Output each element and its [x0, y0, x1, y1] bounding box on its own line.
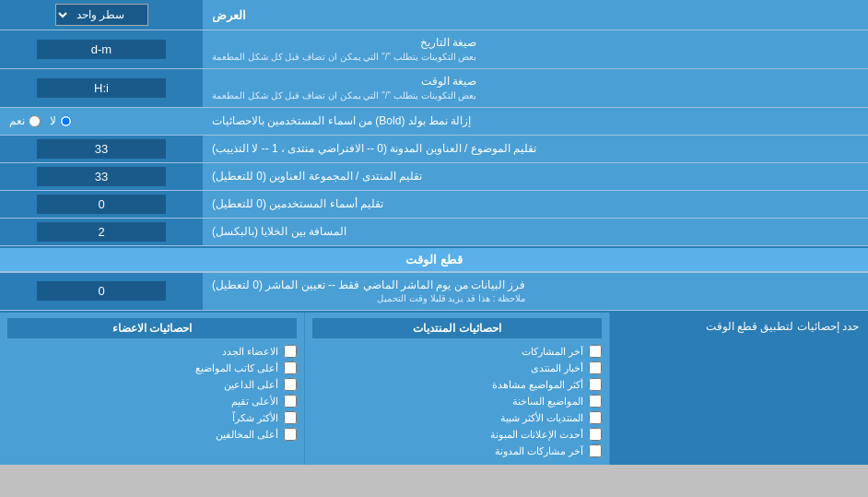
bold-no-label[interactable]: لا [50, 114, 72, 127]
posts-check-5[interactable] [589, 428, 602, 441]
members-check-0[interactable] [284, 345, 297, 358]
posts-item-0: آخر المشاركات [312, 343, 602, 360]
posts-item-5: أحدث الإعلانات المبونة [312, 426, 602, 443]
rows-dropdown[interactable]: سطر واحد سطران ثلاثة أسطر [55, 4, 148, 26]
posts-item-4: المنتديات الأكثر شبية [312, 409, 602, 426]
members-item-1: أعلى كاتب المواضيع [7, 360, 297, 376]
posts-item-2: أكثر المواضيع مشاهدة [312, 376, 602, 393]
time-format-input[interactable] [37, 78, 166, 98]
usernames-label: تقليم أسماء المستخدمين (0 للتعطيل) [212, 196, 383, 212]
posts-item-6: آخر مشاركات المدونة [312, 443, 602, 459]
cutoff-days-sublabel: ملاحظة : هذا قد يزيد قليلا وقت التحميل [212, 292, 525, 305]
posts-check-4[interactable] [589, 411, 602, 424]
posts-col-header: احصائيات المنتديات [312, 318, 602, 338]
topic-titles-label: تقليم الموضوع / العناوين المدونة (0 -- ا… [212, 141, 536, 157]
posts-check-1[interactable] [589, 361, 602, 374]
members-item-5: أعلى المخالفين [7, 426, 297, 443]
cell-spacing-input[interactable] [37, 222, 166, 242]
members-item-4: الأكثر شكراً [7, 409, 297, 426]
members-item-3: الأعلى تقيم [7, 393, 297, 409]
members-item-2: أعلى الداعين [7, 376, 297, 393]
time-format-sublabel: بعض التكوينات يتطلب "/" التي يمكن ان تضا… [212, 89, 476, 102]
forum-titles-input[interactable] [37, 167, 166, 186]
posts-check-6[interactable] [589, 444, 602, 457]
usernames-input[interactable] [37, 195, 166, 214]
posts-check-3[interactable] [589, 395, 602, 408]
stats-title: حدد إحصائيات لتطبيق قطع الوقت [706, 320, 859, 333]
members-check-1[interactable] [284, 361, 297, 374]
cell-spacing-label: المسافة بين الخلايا (بالبكسل) [212, 224, 346, 240]
display-label: العرض [212, 8, 246, 22]
cutoff-days-label: فرز البيانات من يوم الماشر الماضي فقط --… [212, 278, 525, 293]
members-check-5[interactable] [284, 428, 297, 441]
posts-check-2[interactable] [589, 378, 602, 391]
topic-titles-input[interactable] [37, 139, 166, 159]
time-format-label: صيغة الوقت [212, 74, 476, 89]
forum-titles-label: تقليم المنتدى / المجموعة العناوين (0 للت… [212, 169, 422, 184]
members-col-header: احصائيات الاعضاء [7, 318, 297, 338]
bold-label: إزالة نمط بولد (Bold) من اسماء المستخدمي… [212, 113, 471, 129]
posts-item-1: أخبار المنتدى [312, 360, 602, 376]
members-check-4[interactable] [284, 411, 297, 424]
members-item-0: الاعضاء الجدد [7, 343, 297, 360]
posts-check-0[interactable] [589, 345, 602, 358]
members-check-2[interactable] [284, 378, 297, 391]
date-format-input[interactable] [37, 40, 166, 59]
bold-yes-label[interactable]: نعم [9, 114, 41, 127]
cutoff-section-header: قطع الوقت [0, 248, 868, 272]
members-check-3[interactable] [284, 395, 297, 408]
date-format-label: صيغة التاريخ [212, 35, 476, 51]
cutoff-days-input[interactable] [37, 281, 166, 301]
date-format-sublabel: بعض التكوينات يتطلب "/" التي يمكن ان تضا… [212, 51, 476, 64]
posts-item-3: المواضيع الساخنة [312, 393, 602, 409]
bold-yes-radio[interactable] [29, 115, 41, 127]
bold-no-radio[interactable] [60, 115, 72, 127]
